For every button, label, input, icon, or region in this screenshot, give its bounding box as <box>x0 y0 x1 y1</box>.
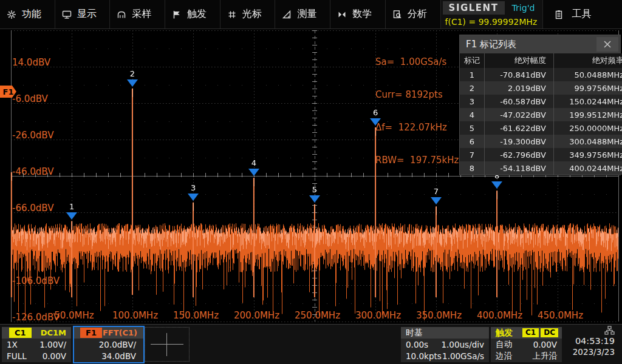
analysis-icon <box>392 10 402 19</box>
marker-number-cell: 1 <box>460 68 485 81</box>
tools-icon <box>554 10 564 19</box>
c1-coupling: DC1M <box>41 328 66 337</box>
marker-table-row[interactable]: 6-19.300dBV300.0488MHz <box>460 135 622 148</box>
marker-number-cell: 6 <box>460 135 485 148</box>
menu-item-acquire[interactable]: 采样 <box>110 0 165 29</box>
marker-number: 4 <box>247 158 261 167</box>
marker-table-row[interactable]: 4-47.022dBV199.9512MHz <box>460 108 622 121</box>
marker-frequency-cell: 150.0244MHz <box>554 95 622 108</box>
menu-item-math[interactable]: 数学 <box>330 0 386 29</box>
marker-list-titlebar: F1 标记列表 <box>460 35 620 53</box>
marker-number-cell: 2 <box>460 81 485 95</box>
timebase-delay: 0.00s <box>406 340 428 349</box>
timebase-panel[interactable]: 时基 0.00s 1.00us/div 10.0kpts 1.00GSa/s <box>401 327 489 362</box>
marker-table-row[interactable]: 8-54.118dBV400.0244MHz <box>460 161 622 175</box>
c1-bandwidth: FULL <box>7 351 27 361</box>
timebase-title: 时基 <box>406 328 423 339</box>
marker-arrow-icon <box>370 118 381 126</box>
marker-frequency-cell: 99.9756MHz <box>554 81 622 95</box>
delta-f-readout: Δf= 122.07kHz <box>375 122 459 133</box>
network-icon <box>604 326 615 335</box>
marker-table-row[interactable]: 3-60.587dBV150.0244MHz <box>460 95 622 108</box>
siglent-logo: SIGLENT <box>443 1 505 15</box>
menu-item-trigger[interactable]: 触发 <box>165 0 220 29</box>
clock-panel[interactable]: 04:53:19 2023/3/23 <box>564 326 620 363</box>
marker-amplitude-cell: 2.019dBV <box>485 81 554 95</box>
math-f1-panel[interactable]: F1 FFT(C1) 20.0dBV/ 34.0dBV <box>73 326 145 363</box>
trigger-status: Trig'd <box>505 0 542 15</box>
marker-amplitude-cell: -60.587dBV <box>485 95 554 108</box>
timebase-rate: 1.00GSa/s <box>442 351 484 361</box>
menu-item-cursor[interactable]: 光标 <box>220 0 276 29</box>
menu-item-label: 显示 <box>77 8 97 21</box>
menu-item-display[interactable]: 显示 <box>55 0 111 29</box>
marker-amplitude-cell: -54.118dBV <box>485 161 554 175</box>
menu-item-function[interactable]: 功能 <box>0 0 55 29</box>
add-trace-panel[interactable] <box>145 327 190 362</box>
oscilloscope-screen: 功能 显示 采样 触发 光标 测量 数学 分析 <box>0 0 622 364</box>
display-icon <box>62 10 72 19</box>
cursor-icon <box>227 10 237 19</box>
marker-table-header-amplitude: 绝对幅度 <box>485 53 554 68</box>
menu-item-label: 分析 <box>408 8 427 21</box>
marker-number-cell: 8 <box>460 161 485 175</box>
marker-number-cell: 7 <box>460 148 485 161</box>
marker-amplitude-cell: -62.796dBV <box>485 148 554 161</box>
marker-amplitude-cell: -70.841dBV <box>485 68 554 81</box>
marker-number-cell: 4 <box>460 108 485 121</box>
marker-table-row[interactable]: 1-70.841dBV50.0488MHz <box>460 68 622 81</box>
marker-amplitude-cell: -19.300dBV <box>485 135 554 148</box>
close-icon[interactable] <box>596 37 618 52</box>
c1-probe: 1X <box>7 340 18 349</box>
measure-icon <box>282 10 292 19</box>
trigger-slope: 上升沿 <box>533 351 558 362</box>
menu-item-measure[interactable]: 测量 <box>275 0 330 29</box>
channel-c1-panel[interactable]: C1 DC1M 1X 1.00V/ FULL 0.00V <box>2 327 71 362</box>
marker-arrow-icon <box>309 195 320 203</box>
menu-item-tools[interactable]: 工具 <box>543 0 622 29</box>
menu-item-analysis[interactable]: 分析 <box>386 0 441 29</box>
marker-frequency-cell: 199.9512MHz <box>554 108 622 121</box>
marker-list-title: F1 标记列表 <box>460 39 596 50</box>
marker-number: 7 <box>429 187 443 196</box>
trigger-mode: 自动 <box>496 339 512 350</box>
menu-item-label: 数学 <box>352 8 372 21</box>
c1-scale: 1.00V/ <box>39 340 66 349</box>
marker-arrow-icon <box>188 194 199 201</box>
status-bar: C1 DC1M 1X 1.00V/ FULL 0.00V F1 FFT(C1) … <box>0 324 622 364</box>
menu-bar: 功能 显示 采样 触发 光标 测量 数学 分析 <box>0 0 622 29</box>
menu-item-label: 测量 <box>297 8 316 21</box>
menu-item-label: 工具 <box>572 8 592 21</box>
marker-table-header-marker: 标记 <box>460 53 485 68</box>
marker-arrow-icon <box>66 212 77 220</box>
marker-table-header-frequency: 绝对频率 <box>554 53 622 68</box>
sample-rate-readout: Sa= 1.00GSa/s <box>375 56 459 67</box>
trigger-flag-icon <box>172 10 182 19</box>
marker-frequency-cell: 349.9756MHz <box>554 148 622 161</box>
add-trace-icon <box>151 333 183 356</box>
trigger-panel[interactable]: 触发 C1 DC 自动 0.00V 边沿 上升沿 <box>491 327 562 362</box>
acquisition-info-panel: Sa= 1.00GSa/s Curr= 8192pts Δf= 122.07kH… <box>375 35 459 187</box>
marker-number: 5 <box>307 185 322 194</box>
marker-table-row[interactable]: 7-62.796dBV349.9756MHz <box>460 148 622 161</box>
f1-offset: 34.0dBV <box>101 351 136 361</box>
marker-table-row[interactable]: 22.019dBV99.9756MHz <box>460 81 622 95</box>
clock-date: 2023/3/23 <box>573 347 615 357</box>
marker-number-cell: 3 <box>460 95 485 108</box>
marker-frequency-cell: 250.0000MHz <box>554 121 622 135</box>
menu-item-label: 光标 <box>242 8 262 21</box>
c1-offset: 0.00V <box>43 351 66 361</box>
menu-item-label: 触发 <box>187 8 207 21</box>
math-icon <box>337 10 347 19</box>
marker-table: 标记 绝对幅度 绝对频率 1-70.841dBV50.0488MHz22.019… <box>460 53 622 175</box>
points-readout: Curr= 8192pts <box>375 89 459 100</box>
f1-badge: F1 <box>80 328 102 338</box>
f1-scale: 20.0dBV/ <box>99 340 136 349</box>
sampling-icon <box>117 10 126 19</box>
timebase-points: 10.0kpts <box>406 351 442 361</box>
trigger-title: 触发 <box>496 328 513 339</box>
timebase-scale: 1.00us/div <box>441 340 484 349</box>
marker-number: 1 <box>64 202 79 211</box>
trigger-source-badge: C1 <box>522 328 539 337</box>
marker-table-row[interactable]: 5-61.622dBV250.0000MHz <box>460 121 622 135</box>
